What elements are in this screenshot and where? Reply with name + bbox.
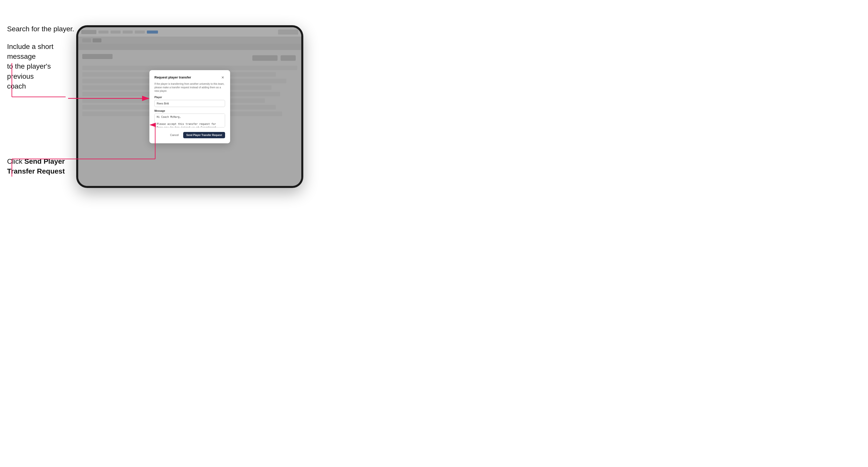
message-textarea[interactable]: Hi Coach McHarg, Please accept this tran… [154, 114, 225, 127]
tablet-frame: Request player transfer ✕ If the player … [76, 25, 303, 188]
annotation-click: Click Send Player Transfer Request [7, 156, 75, 176]
annotation-message: Include a short message to the player's … [7, 42, 75, 91]
modal-close-button[interactable]: ✕ [220, 75, 225, 80]
message-label: Message [154, 110, 225, 112]
request-transfer-modal: Request player transfer ✕ If the player … [149, 70, 230, 143]
modal-footer: Cancel Send Player Transfer Request [154, 132, 225, 138]
player-label: Player [154, 96, 225, 99]
send-transfer-request-button[interactable]: Send Player Transfer Request [183, 132, 225, 138]
modal-overlay: Request player transfer ✕ If the player … [78, 27, 301, 186]
modal-description: If the player is transferring from anoth… [154, 82, 225, 93]
cancel-button[interactable]: Cancel [167, 132, 181, 138]
modal-title: Request player transfer [154, 75, 191, 79]
annotation-search: Search for the player. [7, 24, 74, 34]
tablet-screen: Request player transfer ✕ If the player … [78, 27, 301, 186]
modal-header: Request player transfer ✕ [154, 75, 225, 80]
player-input[interactable] [154, 100, 225, 107]
